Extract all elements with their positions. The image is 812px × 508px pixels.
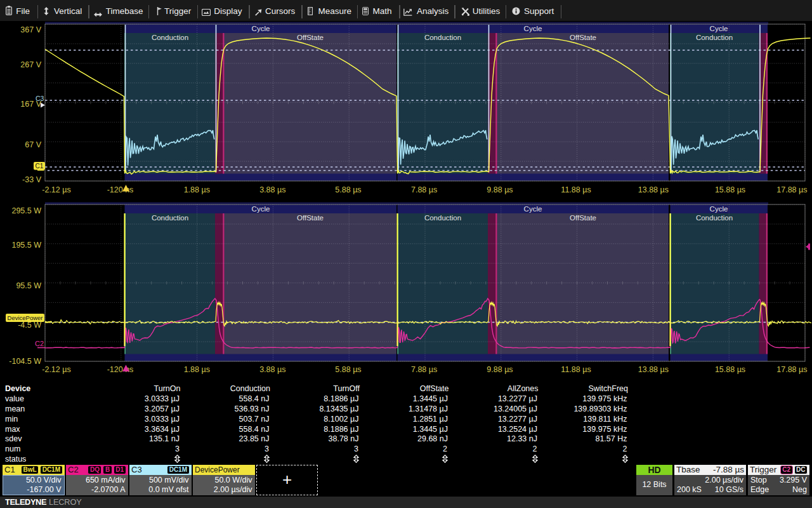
svg-text:11.88 µs: 11.88 µs	[561, 365, 591, 374]
svg-text:Conduction: Conduction	[424, 214, 461, 222]
svg-text:Cycle: Cycle	[252, 205, 270, 213]
svg-text:7.88 µs: 7.88 µs	[411, 365, 437, 374]
svg-text:3.88 µs: 3.88 µs	[259, 365, 285, 374]
svg-text:Cycle: Cycle	[524, 205, 542, 213]
svg-text:OffState: OffState	[570, 214, 596, 222]
svg-text:Conduction: Conduction	[152, 214, 188, 222]
svg-text:-120 ns: -120 ns	[107, 365, 134, 374]
svg-text:OffState: OffState	[297, 214, 324, 222]
svg-text:-2.12 µs: -2.12 µs	[42, 365, 70, 374]
svg-text:95.5 W: 95.5 W	[16, 281, 41, 290]
svg-text:Cycle: Cycle	[710, 205, 728, 213]
svg-text:DevicePower: DevicePower	[8, 314, 43, 321]
svg-text:17.88 µs: 17.88 µs	[776, 365, 807, 374]
svg-text:15.88 µs: 15.88 µs	[715, 365, 745, 374]
svg-text:-4.5 W: -4.5 W	[18, 321, 41, 330]
svg-text:195.5 W: 195.5 W	[11, 241, 41, 250]
svg-text:5.88 µs: 5.88 µs	[335, 365, 361, 374]
svg-text:9.88 µs: 9.88 µs	[487, 365, 513, 374]
svg-text:295.5 W: 295.5 W	[11, 206, 41, 215]
svg-text:13.88 µs: 13.88 µs	[638, 365, 669, 374]
svg-text:Conduction: Conduction	[696, 214, 733, 222]
svg-text:-104.5 W: -104.5 W	[9, 357, 41, 366]
svg-text:1.88 µs: 1.88 µs	[184, 365, 210, 374]
svg-text:C2: C2	[35, 340, 44, 347]
